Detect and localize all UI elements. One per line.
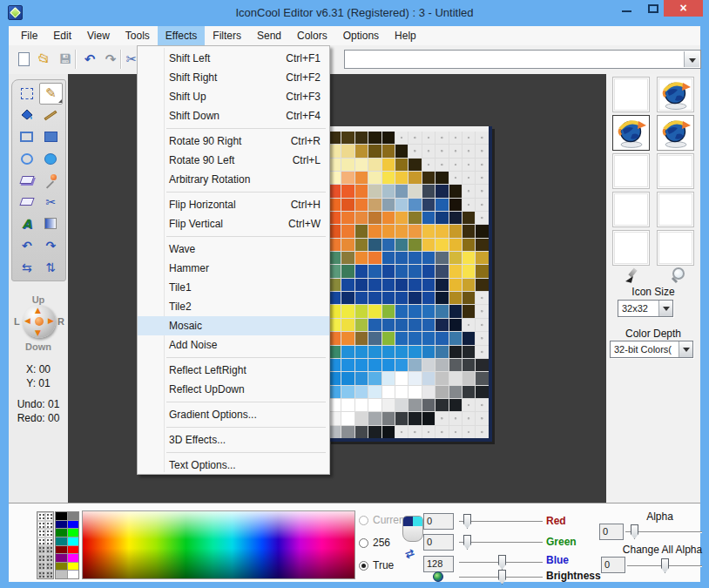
canvas-pixel[interactable]	[422, 386, 435, 398]
canvas-pixel[interactable]	[355, 386, 368, 398]
pattern-swatch[interactable]	[45, 562, 53, 571]
pattern-swatch[interactable]	[45, 554, 53, 563]
canvas-pixel[interactable]	[463, 292, 475, 304]
eraser-block-tool[interactable]	[15, 170, 39, 192]
canvas-pixel[interactable]	[355, 212, 368, 224]
canvas-pixel[interactable]	[422, 132, 435, 144]
canvas-pixel[interactable]	[395, 159, 408, 171]
canvas-pixel[interactable]	[436, 332, 448, 344]
canvas-pixel[interactable]	[395, 172, 408, 184]
canvas-pixel[interactable]	[341, 279, 354, 291]
canvas-pixel[interactable]	[436, 172, 448, 184]
pencil-tool[interactable]: ✎	[39, 83, 64, 105]
palette-swatch[interactable]	[56, 529, 67, 537]
color-depth-dropdown-button[interactable]	[679, 341, 692, 357]
radio-true[interactable]	[359, 561, 368, 571]
menu-tools[interactable]: Tools	[118, 26, 158, 45]
canvas-pixel[interactable]	[328, 145, 341, 157]
pattern-swatch[interactable]	[37, 571, 45, 579]
pattern-swatch[interactable]	[45, 537, 53, 546]
canvas-pixel[interactable]	[395, 225, 408, 237]
radio-row-current[interactable]: Current	[359, 514, 408, 526]
pattern-swatch[interactable]	[45, 512, 53, 521]
canvas-pixel[interactable]	[436, 386, 448, 398]
scissors-tool[interactable]: ✂	[39, 191, 64, 213]
maximize-button[interactable]	[641, 0, 665, 17]
canvas-pixel[interactable]	[409, 346, 421, 358]
canvas-pixel[interactable]	[476, 252, 488, 264]
canvas-pixel[interactable]	[463, 319, 475, 331]
color-depth-combobox[interactable]: 32-bit Colors(	[610, 341, 693, 358]
canvas-pixel[interactable]	[436, 265, 448, 277]
canvas-pixel[interactable]	[328, 239, 341, 251]
canvas-pixel[interactable]	[463, 225, 475, 237]
canvas-pixel[interactable]	[422, 332, 435, 344]
canvas-pixel[interactable]	[341, 265, 354, 277]
canvas-pixel[interactable]	[368, 159, 381, 171]
canvas-pixel[interactable]	[463, 279, 475, 291]
canvas-pixel[interactable]	[355, 359, 368, 371]
canvas-pixel[interactable]	[436, 319, 448, 331]
canvas-pixel[interactable]	[449, 279, 462, 291]
canvas-pixel[interactable]	[463, 372, 475, 384]
redo-button[interactable]: ↷	[101, 50, 120, 69]
canvas-pixel[interactable]	[382, 252, 395, 264]
canvas-pixel[interactable]	[463, 412, 475, 424]
canvas-pixel[interactable]	[422, 212, 435, 224]
canvas-pixel[interactable]	[382, 346, 395, 358]
canvas-pixel[interactable]	[449, 292, 462, 304]
save-button[interactable]: 💾︎	[56, 50, 75, 69]
canvas-pixel[interactable]	[355, 305, 368, 317]
text-tool[interactable]: A	[15, 213, 39, 234]
canvas-pixel[interactable]	[436, 305, 448, 317]
canvas-pixel[interactable]	[355, 346, 368, 358]
canvas-pixel[interactable]	[463, 386, 475, 398]
canvas-pixel[interactable]	[368, 426, 381, 438]
canvas-pixel[interactable]	[341, 292, 354, 304]
palette-swatch[interactable]	[56, 512, 67, 520]
canvas-pixel[interactable]	[463, 145, 475, 157]
canvas-pixel[interactable]	[368, 305, 381, 317]
canvas-pixel[interactable]	[409, 426, 421, 438]
red-slider-track[interactable]	[459, 521, 543, 523]
canvas-pixel[interactable]	[476, 199, 488, 211]
canvas-pixel[interactable]	[328, 426, 341, 438]
canvas-pixel[interactable]	[328, 199, 341, 211]
menu-colors[interactable]: Colors	[289, 26, 335, 45]
canvas-pixel[interactable]	[436, 426, 448, 438]
icon-size-dropdown-button[interactable]	[658, 301, 672, 316]
canvas-pixel[interactable]	[449, 372, 462, 384]
pattern-swatch[interactable]	[37, 512, 45, 521]
palette-swatch[interactable]	[56, 563, 67, 571]
radio-row-256[interactable]: 256	[359, 537, 390, 549]
canvas-pixel[interactable]	[436, 212, 448, 224]
pattern-swatch[interactable]	[37, 529, 45, 537]
canvas-pixel[interactable]	[436, 346, 448, 358]
close-button[interactable]: ×	[664, 0, 703, 17]
canvas-pixel[interactable]	[422, 239, 435, 251]
canvas-pixel[interactable]	[449, 305, 462, 317]
icon-slot-5-empty[interactable]	[612, 153, 650, 189]
canvas-pixel[interactable]	[476, 412, 488, 424]
canvas-pixel[interactable]	[409, 372, 421, 384]
canvas-pixel[interactable]	[422, 145, 435, 157]
canvas-pixel[interactable]	[395, 239, 408, 251]
canvas-pixel[interactable]	[476, 319, 488, 331]
palette-swatch[interactable]	[56, 571, 67, 578]
canvas-pixel[interactable]	[409, 332, 421, 344]
canvas-pixel[interactable]	[476, 212, 488, 224]
canvas-pixel[interactable]	[368, 399, 381, 411]
canvas-pixel[interactable]	[449, 252, 462, 264]
menu-item-shift-left[interactable]: Shift LeftCtrl+F1	[138, 49, 329, 68]
canvas-pixel[interactable]	[436, 199, 448, 211]
canvas-pixel[interactable]	[436, 279, 448, 291]
pattern-swatch[interactable]	[45, 571, 53, 579]
draw-mode-pen-icon[interactable]	[625, 268, 639, 282]
canvas-pixel[interactable]	[409, 212, 421, 224]
canvas-pixel[interactable]	[382, 212, 395, 224]
pattern-swatch[interactable]	[45, 521, 53, 530]
canvas-pixel[interactable]	[368, 239, 381, 251]
canvas-pixel[interactable]	[436, 292, 448, 304]
canvas-pixel[interactable]	[355, 172, 368, 184]
canvas-pixel[interactable]	[449, 132, 462, 144]
